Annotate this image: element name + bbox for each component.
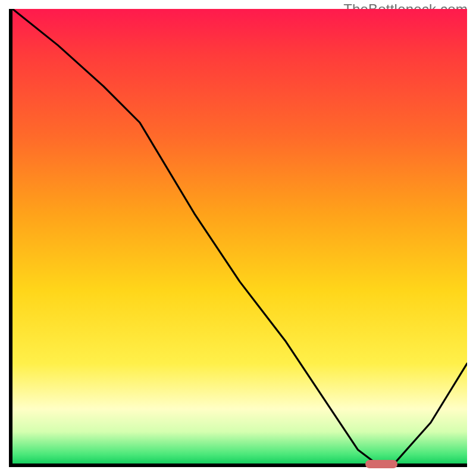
bottleneck-curve: [12, 9, 467, 464]
optimal-marker: [365, 460, 397, 468]
plot-area: [9, 9, 467, 467]
bottleneck-chart: TheBottleneck.com: [0, 0, 476, 476]
curve-svg: [12, 9, 467, 464]
